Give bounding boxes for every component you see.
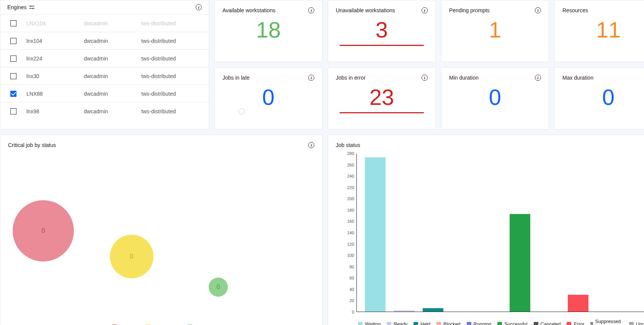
cell-user: dwcadmin (84, 20, 141, 26)
legend-label: Canceled (541, 322, 561, 325)
info-icon[interactable]: i (196, 4, 202, 10)
kpi-label: Pending prompts (449, 7, 490, 13)
legend-label: Undecided (636, 322, 644, 325)
bubble[interactable]: 0 (13, 200, 74, 261)
kpi-jobs-in-error[interactable]: Jobs in error i 23 (328, 67, 436, 129)
info-icon[interactable]: i (308, 7, 314, 13)
engines-header: Engines i (0, 0, 209, 14)
legend-swatch (387, 322, 391, 325)
legend-item[interactable]: Waiting (358, 319, 381, 325)
kpi-jobs-in-late[interactable]: Jobs in late i 0 (214, 67, 322, 129)
legend-swatch (590, 322, 593, 325)
legend-item[interactable]: Blocked (436, 319, 460, 325)
legend-item[interactable]: Running (467, 319, 492, 325)
job-status-panel: Job status i 020406080100120140160180200… (328, 135, 644, 325)
y-tick: 180 (347, 208, 354, 212)
info-icon[interactable]: i (422, 7, 428, 13)
cell-user: dwcadmin (84, 73, 141, 79)
engines-panel: Engines i LNX104dwcadmintws-distributedl… (0, 0, 209, 129)
kpi-label: Unavailable workstations (336, 7, 395, 13)
kpi-resources[interactable]: Resources i 11 (554, 0, 644, 62)
y-tick: 120 (347, 242, 354, 247)
bar-held[interactable] (423, 308, 443, 312)
info-icon[interactable]: i (308, 75, 314, 81)
legend-swatch (567, 322, 571, 325)
cell-type: tws-distributed (141, 38, 209, 44)
y-tick: 280 (347, 151, 354, 156)
kpi-value: 1 (449, 19, 541, 41)
legend-swatch (436, 322, 441, 325)
y-tick: 80 (350, 265, 354, 269)
kpi-value: 23 (336, 86, 428, 108)
cell-user: dwcadmin (84, 56, 141, 62)
legend-item[interactable]: Successful (497, 319, 527, 325)
legend-label: Running (474, 322, 492, 325)
y-tick: 20 (350, 298, 354, 303)
legend-item[interactable]: Suppressed by condition (590, 319, 623, 325)
kpi-value: 11 (562, 19, 644, 41)
bar-ready[interactable] (394, 310, 415, 312)
table-row[interactable]: lnx30dwcadmintws-distributed (0, 67, 209, 85)
table-row[interactable]: LNX88dwcadmintws-distributed (0, 85, 209, 102)
legend-swatch (414, 322, 418, 325)
bar-waiting[interactable] (365, 157, 386, 312)
bar-successful[interactable] (510, 214, 530, 312)
cell-host: lnx30 (26, 73, 84, 79)
legend-item[interactable]: Undecided (629, 319, 644, 325)
legend-item[interactable]: Ready (387, 319, 407, 325)
kpi-available-workstations[interactable]: Available workstations i 18 (214, 0, 322, 62)
kpi-max-duration[interactable]: Max duration i 0 (554, 67, 644, 129)
kpi-label: Resources (562, 7, 588, 13)
cell-type: tws-distributed (141, 91, 209, 97)
info-icon[interactable]: i (535, 75, 541, 81)
table-row[interactable]: lnx224dwcadmintws-distributed (0, 49, 209, 67)
table-row[interactable]: lnx104dwcadmintws-distributed (0, 32, 209, 49)
y-tick: 100 (347, 253, 354, 258)
row-checkbox[interactable] (10, 91, 16, 97)
bar-error[interactable] (568, 295, 588, 312)
row-checkbox[interactable] (10, 73, 16, 79)
bubble-chart: 000 (0, 150, 322, 320)
row-checkbox[interactable] (10, 20, 16, 26)
row-checkbox[interactable] (10, 56, 16, 62)
kpi-value: 3 (336, 19, 428, 41)
bars-container (357, 154, 644, 312)
legend-item[interactable]: Error (567, 319, 584, 325)
engines-title: Engines (7, 4, 27, 10)
legend-swatch (534, 322, 538, 325)
info-icon[interactable]: i (535, 7, 541, 13)
cell-host: LNX88 (26, 91, 84, 97)
y-tick: 60 (350, 276, 354, 280)
info-icon[interactable]: i (422, 75, 428, 81)
kpi-label: Available workstations (222, 7, 275, 13)
row-checkbox[interactable] (10, 38, 16, 44)
bubble[interactable]: 0 (209, 278, 228, 297)
info-icon[interactable]: i (308, 142, 314, 148)
cell-type: tws-distributed (141, 108, 209, 114)
row-checkbox[interactable] (10, 108, 16, 114)
panel-title: Job status (336, 142, 360, 148)
y-tick: 140 (347, 230, 354, 235)
kpi-unavailable-workstations[interactable]: Unavailable workstations i 3 (328, 0, 436, 62)
table-row[interactable]: lnx98dwcadmintws-distributed (0, 102, 209, 120)
spinner-icon (239, 108, 245, 114)
legend-item[interactable]: Canceled (534, 319, 561, 325)
kpi-min-duration[interactable]: Min duration i 0 (441, 67, 549, 129)
bubble[interactable]: 0 (110, 235, 154, 278)
y-tick: 220 (347, 185, 354, 190)
chart-legend: WaitingReadyHeldBlockedRunningSuccessful… (358, 319, 644, 325)
kpi-underline (340, 112, 424, 113)
legend-item[interactable]: Held (414, 319, 430, 325)
cell-user: dwcadmin (84, 38, 141, 44)
y-tick: 240 (347, 174, 354, 178)
kpi-pending-prompts[interactable]: Pending prompts i 1 (441, 0, 549, 62)
legend-label: Error (574, 322, 584, 325)
y-tick: 260 (347, 163, 354, 167)
settings-icon[interactable] (29, 5, 34, 10)
engines-table[interactable]: LNX104dwcadmintws-distributedlnx104dwcad… (0, 14, 209, 129)
kpi-label: Jobs in late (222, 75, 250, 81)
legend-label: Blocked (443, 322, 460, 325)
table-row[interactable]: LNX104dwcadmintws-distributed (0, 14, 209, 32)
cell-type: tws-distributed (141, 73, 209, 79)
kpi-label: Min duration (449, 75, 479, 81)
